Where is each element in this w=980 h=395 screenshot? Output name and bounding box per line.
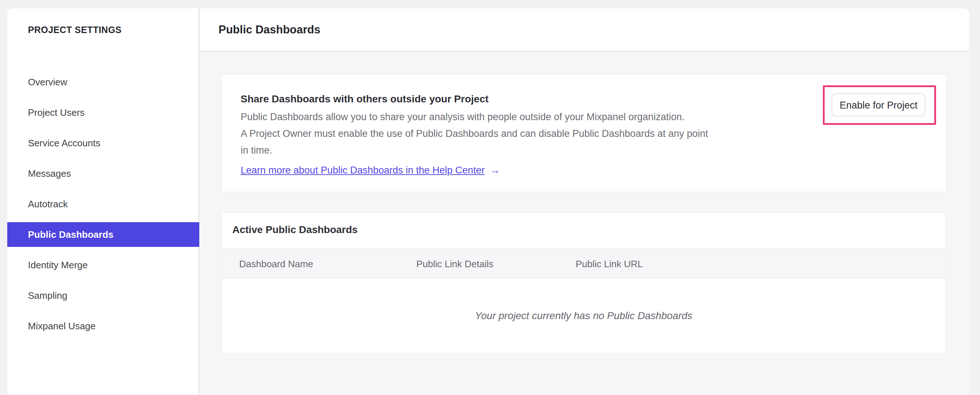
sidebar-item-identity-merge[interactable]: Identity Merge	[7, 253, 199, 277]
share-card-description: Public Dashboards allow you to share you…	[241, 108, 718, 159]
main-panel: Public Dashboards Share Dashboards with …	[200, 8, 969, 395]
empty-state-message: Your project currently has no Public Das…	[222, 279, 945, 353]
sidebar-item-project-users[interactable]: Project Users	[7, 100, 199, 125]
project-settings-sidebar: PROJECT SETTINGS Overview Project Users …	[7, 8, 199, 395]
help-center-link[interactable]: Learn more about Public Dashboards in th…	[241, 165, 485, 176]
arrow-right-icon: →	[490, 164, 500, 176]
share-card-description-line1: Public Dashboards allow you to share you…	[241, 108, 718, 125]
sidebar-nav: Overview Project Users Service Accounts …	[7, 70, 199, 344]
sidebar-item-service-accounts[interactable]: Service Accounts	[7, 131, 199, 155]
page-title: Public Dashboards	[218, 8, 320, 51]
active-dashboards-title: Active Public Dashboards	[232, 224, 358, 236]
enable-for-project-button[interactable]: Enable for Project	[832, 93, 926, 116]
sidebar-item-public-dashboards[interactable]: Public Dashboards	[7, 222, 199, 247]
column-header-public-link-details: Public Link Details	[416, 249, 493, 279]
share-card-title: Share Dashboards with others outside you…	[241, 93, 488, 105]
table-header-row: Dashboard Name Public Link Details Publi…	[222, 249, 945, 279]
sidebar-item-sampling[interactable]: Sampling	[7, 283, 199, 308]
sidebar-item-autotrack[interactable]: Autotrack	[7, 192, 199, 217]
sidebar-item-messages[interactable]: Messages	[7, 161, 199, 186]
active-dashboards-card: Active Public Dashboards Dashboard Name …	[222, 212, 945, 353]
sidebar-title: PROJECT SETTINGS	[28, 24, 122, 35]
page-header: Public Dashboards	[200, 8, 969, 51]
sidebar-item-overview[interactable]: Overview	[7, 70, 199, 94]
help-link-row: Learn more about Public Dashboards in th…	[241, 163, 500, 178]
share-dashboards-card: Share Dashboards with others outside you…	[222, 75, 946, 192]
project-settings-page: PROJECT SETTINGS Overview Project Users …	[0, 0, 980, 395]
sidebar-item-mixpanel-usage[interactable]: Mixpanel Usage	[7, 314, 199, 338]
share-card-description-line2: A Project Owner must enable the use of P…	[241, 125, 718, 159]
column-header-public-link-url: Public Link URL	[576, 249, 643, 279]
column-header-dashboard-name: Dashboard Name	[239, 249, 313, 279]
